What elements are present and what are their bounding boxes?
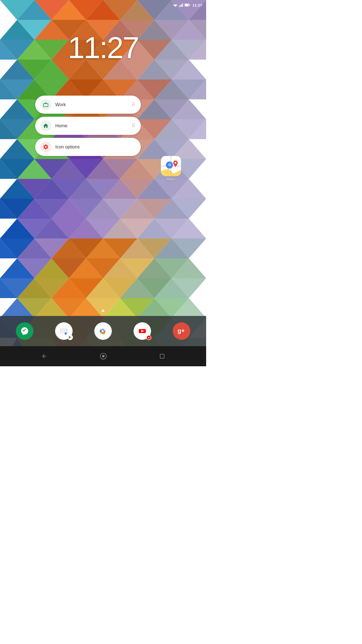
dock-google[interactable] <box>94 322 112 340</box>
home-clock: 11:27 <box>0 30 206 65</box>
menu-item-icon-options[interactable]: Icon options <box>35 138 141 156</box>
home-label: Home <box>55 123 131 129</box>
status-bar: 11:27 <box>0 0 206 10</box>
svg-point-253 <box>102 355 105 357</box>
svg-text:G: G <box>168 163 171 167</box>
home-icon-container <box>40 120 51 131</box>
swipe-up-arrow: ▲ <box>100 307 106 313</box>
work-label: Work <box>55 102 131 107</box>
svg-rect-217 <box>181 4 182 7</box>
svg-rect-238 <box>65 331 66 332</box>
status-time: 11:27 <box>193 3 202 7</box>
svg-marker-214 <box>174 5 177 7</box>
briefcase-icon <box>43 102 49 108</box>
dock-hangouts[interactable] <box>16 322 33 340</box>
maps-app[interactable]: G Maps <box>161 156 181 181</box>
recents-button[interactable] <box>159 353 165 359</box>
maps-icon: G <box>161 156 181 176</box>
nav-bar <box>0 346 206 366</box>
svg-rect-218 <box>182 3 183 7</box>
context-menu: Work ⠿ Home ⠿ Icon options <box>35 96 141 159</box>
svg-rect-220 <box>185 4 188 6</box>
svg-rect-254 <box>160 354 164 358</box>
status-bar-right: 11:27 <box>173 3 202 7</box>
back-button[interactable] <box>41 353 47 359</box>
settings-icon <box>43 144 49 150</box>
work-icon-container <box>40 99 51 110</box>
svg-rect-234 <box>63 329 64 330</box>
signal-icon <box>179 3 183 7</box>
menu-item-work[interactable]: Work ⠿ <box>35 96 141 114</box>
svg-rect-215 <box>179 6 180 7</box>
dock: g+ <box>0 316 206 346</box>
dock-keyboard[interactable] <box>55 322 73 340</box>
battery-icon <box>185 4 190 7</box>
svg-rect-235 <box>64 329 66 330</box>
home-icon <box>43 123 49 129</box>
work-dots: ⠿ <box>131 102 136 108</box>
home-dots: ⠿ <box>131 123 136 129</box>
dock-youtube[interactable] <box>133 322 151 340</box>
svg-rect-237 <box>62 331 64 332</box>
svg-rect-233 <box>61 329 62 330</box>
svg-rect-221 <box>189 5 190 6</box>
menu-item-home[interactable]: Home ⠿ <box>35 117 141 135</box>
wifi-icon <box>173 3 177 7</box>
svg-point-230 <box>175 162 176 164</box>
settings-icon-container <box>40 141 51 152</box>
home-button[interactable] <box>100 353 107 360</box>
svg-marker-250 <box>148 337 150 339</box>
svg-text:g+: g+ <box>177 327 185 334</box>
svg-rect-216 <box>180 5 181 7</box>
maps-label: Maps <box>167 177 175 181</box>
svg-rect-236 <box>60 331 62 332</box>
icon-options-label: Icon options <box>55 144 136 150</box>
dock-google-plus[interactable]: g+ <box>173 322 190 340</box>
